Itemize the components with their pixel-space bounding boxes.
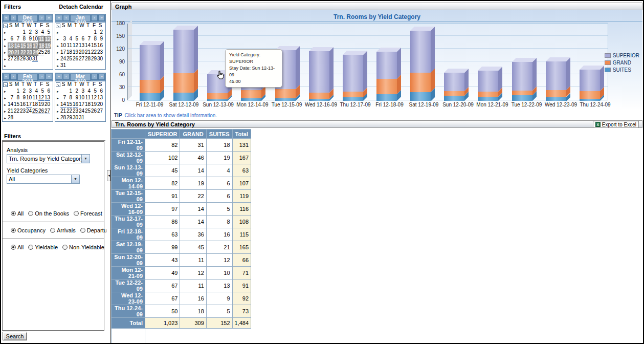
chevron-down-icon[interactable]: ▼ [81,155,90,163]
select-all-icon[interactable]: ↘ [3,24,8,28]
calendar-day[interactable]: 20 [97,101,103,108]
calendar-day[interactable]: 24 [26,108,32,115]
bar-segment-suites[interactable] [546,97,566,101]
bar-segment-suites[interactable] [343,97,363,101]
calendar-day[interactable]: 4 [66,36,73,42]
week-select-icon[interactable]: ► [55,31,60,34]
calendar-day[interactable]: 18 [38,42,45,49]
calendar-day[interactable]: 30 [73,115,79,121]
calendar-day[interactable]: 26 [45,49,51,56]
calendar-day[interactable]: 19 [91,101,97,108]
week-select-icon[interactable]: ► [55,97,60,100]
calendar-day[interactable]: 8 [20,36,26,42]
calendar-day[interactable]: 12 [91,95,97,101]
calendar-day[interactable]: 12 [45,36,51,42]
calendar-day[interactable]: 25 [38,49,45,56]
calendar-day[interactable]: 6 [45,88,51,95]
calendar-day[interactable]: 18 [32,101,38,108]
calendar-day[interactable]: 18 [85,101,91,108]
prev-year-icon[interactable]: « [56,74,62,80]
calendar-day[interactable]: 11 [32,95,38,101]
prev-month-icon[interactable]: ‹ [63,74,70,80]
bar-segment-grand[interactable] [309,93,329,99]
bar-segment-suites[interactable] [512,95,532,101]
calendar-day[interactable]: 10 [32,36,38,42]
calendar-day[interactable]: 17 [32,42,38,49]
calendar-day[interactable]: 15 [66,101,73,108]
calendar-day[interactable]: 25 [66,56,73,62]
calendar-day[interactable]: 28 [60,115,66,121]
radio-option[interactable]: All [11,210,24,217]
next-month-icon[interactable]: › [91,74,98,80]
radio-button-icon[interactable] [62,245,68,250]
calendar-day[interactable]: 5 [38,88,45,95]
calendar-day[interactable]: 22 [20,49,26,56]
calendar-day[interactable]: 8 [66,95,73,101]
bar-segment-superior[interactable] [343,55,363,92]
calendar-day[interactable]: 16 [97,42,103,49]
bar-stack-thu-12-17-09[interactable] [343,55,363,101]
week-select-icon[interactable]: ► [3,117,8,120]
week-select-icon[interactable]: ► [3,64,8,68]
bar-segment-suites[interactable] [309,99,329,101]
calendar-day[interactable]: 23 [20,108,26,115]
next-month-icon[interactable]: › [38,74,45,80]
calendar-day[interactable]: 13 [79,42,85,49]
calendar-day[interactable]: 21 [14,49,20,56]
bar-segment-suites[interactable] [241,98,261,101]
radio-button-icon[interactable] [80,228,85,233]
calendar-day[interactable]: 15 [91,42,97,49]
bar-stack-wed-12-23-09[interactable] [546,61,566,101]
calendar-day[interactable]: 27 [79,56,85,62]
calendar-day[interactable]: 3 [60,36,66,42]
calendar-day[interactable]: 16 [26,42,32,49]
calendar-day[interactable]: 4 [32,88,38,95]
week-select-icon[interactable]: ► [3,58,8,61]
calendar-day[interactable]: 29 [66,115,73,121]
bar-stack-wed-12-16-09[interactable] [309,51,329,101]
bar-stack-mon-12-21-09[interactable] [478,71,498,101]
calendar-day[interactable]: 27 [8,56,14,62]
calendar-day[interactable]: 26 [91,108,97,115]
calendar-day[interactable]: 22 [91,49,97,56]
calendar-day[interactable]: 19 [38,101,45,108]
calendar-day[interactable]: 7 [85,36,91,42]
next-year-icon[interactable]: » [98,74,105,80]
bar-segment-superior[interactable] [512,62,532,91]
bar-segment-grand[interactable] [444,91,464,96]
calendar-day[interactable]: 22 [66,108,73,115]
radio-button-icon[interactable] [28,245,33,250]
calendar-day[interactable]: 24 [60,56,66,62]
next-year-icon[interactable]: » [46,15,52,21]
calendar-day[interactable]: 10 [79,95,85,101]
calendar-day[interactable]: 12 [73,42,79,49]
week-select-icon[interactable]: ► [3,97,8,100]
week-select-icon[interactable]: ► [3,51,8,54]
bar-segment-grand[interactable] [173,73,194,93]
calendar-day[interactable]: 14 [14,42,20,49]
bar-segment-suites[interactable] [580,99,600,101]
bar-segment-superior[interactable] [444,73,464,91]
calendar-day[interactable]: 21 [60,108,66,115]
week-select-icon[interactable]: ► [55,38,60,41]
bar-segment-superior[interactable] [140,45,160,80]
select-all-icon[interactable]: ↘ [56,82,60,87]
calendar-day[interactable]: 5 [45,29,51,36]
bar-stack-sat-12-19-09[interactable] [410,31,431,101]
calendar-day[interactable]: 21 [8,108,14,115]
calendar-day[interactable]: 9 [26,36,32,42]
calendar-day[interactable]: 17 [79,101,85,108]
radio-button-icon[interactable] [74,211,79,216]
bar-stack-fri-12-18-09[interactable] [376,52,397,101]
radio-button-icon[interactable] [50,228,55,233]
calendar-day[interactable]: 6 [79,36,85,42]
calendar-day[interactable]: 31 [32,56,38,62]
bar-segment-suites[interactable] [173,93,194,101]
calendar-day[interactable]: 25 [32,108,38,115]
calendar-day[interactable]: 18 [66,49,73,56]
week-select-icon[interactable]: ► [3,103,8,106]
calendar-day[interactable]: 4 [85,88,91,95]
bar-segment-grand[interactable] [207,93,228,99]
bar-segment-grand[interactable] [343,92,363,98]
calendar-day[interactable]: 3 [26,88,32,95]
